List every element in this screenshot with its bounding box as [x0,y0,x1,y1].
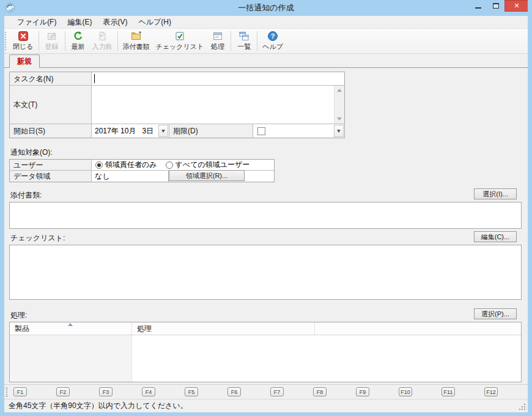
process-table-body[interactable] [10,335,521,382]
chevron-down-icon [337,130,341,133]
application-window: 一括通知の作成 ✕ ファイル(F) 編集(E) 表示(V) ヘルプ(H) 閉じる… [0,0,532,416]
checklist-label: チェックリスト: [10,233,65,243]
notify-target-box: ユーザー 領域責任者のみ すべての領域ユーザー データ領域 なし 領域選択(R)… [9,159,275,182]
folder-icon [131,30,142,42]
toolbar-separator [231,31,231,51]
attachments-label: 添付書類: [10,190,42,201]
toolbar-separator [65,31,65,51]
menu-view[interactable]: 表示(V) [97,16,133,29]
menu-file[interactable]: ファイル(F) [12,16,62,29]
cascade-windows-icon [238,30,249,42]
close-button[interactable]: ✕ [504,0,529,12]
body-textarea[interactable] [92,86,344,124]
f8-key-button[interactable]: F8 [313,387,327,396]
close-icon [18,30,29,42]
area-select-button[interactable]: 領域選択(R)... [169,170,245,181]
revert-icon [97,30,108,42]
tab-strip: 新規 [4,54,528,68]
notify-target-label: 通知対象(O): [10,147,53,158]
close-x-icon: ✕ [514,2,519,10]
toolbar-process-button[interactable]: 処理 [207,29,229,53]
scroll-down-icon [337,117,342,121]
column-header-process[interactable]: 処理 [132,322,315,335]
toolbar-separator [257,31,257,51]
f9-key-button[interactable]: F9 [356,387,369,396]
toolbar-separator [39,31,39,51]
toolbar-list-button[interactable]: 一覧 [233,29,255,53]
toolbar-refresh-button[interactable]: 最新 [67,29,89,53]
start-date-dropdown-button[interactable] [158,125,168,137]
toolbar-checklist-button[interactable]: チェックリスト [153,29,207,53]
f5-key-button[interactable]: F5 [185,387,198,396]
start-date-label: 開始日(S) [10,124,92,138]
status-message: 全角45文字（半角90文字）以内で入力してください。 [9,401,188,411]
text-caret [94,74,95,83]
toolbar-revert-button[interactable]: 入力前 [89,29,116,53]
deadline-label: 期限(D) [169,124,253,138]
deadline-select[interactable] [253,124,344,138]
minimize-button[interactable] [469,0,487,12]
f10-key-button[interactable]: F10 [399,387,412,396]
radio-all-area-users[interactable]: すべての領域ユーザー [166,160,250,170]
process-label: 処理: [10,310,27,321]
function-key-bar: F1 F2 F3 F4 F5 F6 F7 F8 F9 F10 F11 F12 [4,384,528,399]
f7-key-button[interactable]: F7 [270,387,284,396]
toolbar-attachments-button[interactable]: 添付書類 [120,29,153,53]
vertical-scrollbar[interactable] [334,86,344,124]
scroll-up-icon [337,89,342,92]
process-table: 製品 処理 [9,322,522,382]
f2-key-button[interactable]: F2 [56,387,70,396]
f12-key-button[interactable]: F12 [484,387,498,396]
scroll-down-button[interactable] [334,114,344,124]
chevron-down-icon [161,130,165,133]
status-bar: 全角45文字（半角90文字）以内で入力してください。 [4,399,528,412]
maximize-button[interactable] [487,0,504,12]
data-area-label: データ領域 [10,171,92,182]
menu-help[interactable]: ヘルプ(H) [133,16,177,29]
attachments-list[interactable] [9,202,522,229]
window-controls: ✕ [469,0,529,12]
start-date-value: 2017年 10月 3日 [95,126,153,136]
refresh-icon [73,30,84,42]
checklist-edit-button[interactable]: 編集(C)... [474,231,517,242]
scroll-up-button[interactable] [334,86,344,95]
checklist-list[interactable] [9,245,522,300]
radio-area-managers-only[interactable]: 領域責任者のみ [95,160,157,170]
f3-key-button[interactable]: F3 [99,387,113,396]
column-header-product[interactable]: 製品 [10,322,132,335]
deadline-checkbox[interactable] [257,127,265,135]
toolbar-help-button[interactable]: ? ヘルプ [259,29,286,53]
f6-key-button[interactable]: F6 [227,387,241,396]
maximize-icon [493,3,499,9]
radio-unselected-icon [166,162,173,169]
tab-new[interactable]: 新規 [9,54,40,68]
toolbar-register-button[interactable]: 登録 [41,29,63,53]
process-select-button[interactable]: 選択(P)... [474,308,517,319]
body-label: 本文(T) [10,86,92,124]
resize-grip-icon[interactable] [524,409,525,410]
data-area-value: なし [92,171,169,182]
user-label: ユーザー [10,160,92,170]
deadline-dropdown-button[interactable] [334,125,344,137]
process-table-header: 製品 処理 [10,322,521,335]
toolbar-grip[interactable] [5,32,9,50]
svg-text:?: ? [271,32,275,40]
f11-key-button[interactable]: F11 [441,387,455,396]
menu-bar: ファイル(F) 編集(E) 表示(V) ヘルプ(H) [4,16,528,29]
fnbar-grip[interactable] [6,387,11,397]
start-date-select[interactable]: 2017年 10月 3日 [92,124,169,138]
toolbar-close-button[interactable]: 閉じる [10,29,37,53]
toolbar: 閉じる 登録 最新 入力前 添付書類 チェックリス [4,29,528,54]
f1-key-button[interactable]: F1 [13,387,27,396]
attachments-select-button[interactable]: 選択(I)... [474,188,517,199]
title-bar: 一括通知の作成 ✕ [0,0,532,16]
help-icon: ? [267,30,278,42]
f4-key-button[interactable]: F4 [142,387,155,396]
menu-edit[interactable]: 編集(E) [62,16,97,29]
process-form-icon [212,30,223,42]
window-title: 一括通知の作成 [0,2,532,13]
toolbar-separator [117,31,118,51]
minimize-icon [475,7,481,9]
product-column-area [10,335,132,382]
task-name-input[interactable] [92,72,344,85]
